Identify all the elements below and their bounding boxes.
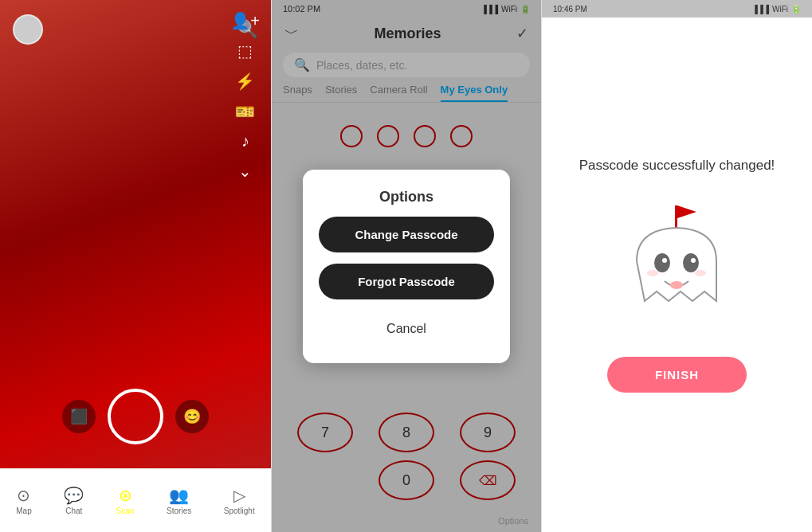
tab-spotlight[interactable]: ▷ Spotlight (224, 486, 255, 515)
change-passcode-button[interactable]: Change Passcode (319, 217, 494, 252)
tab-map[interactable]: ⊙ Map (16, 486, 31, 515)
stories-icon: 👥 (169, 486, 189, 505)
emoji-icon[interactable]: 😊 (175, 400, 209, 433)
p3-status-time: 10:46 PM (553, 5, 587, 14)
p3-battery-icon: 🔋 (791, 5, 801, 14)
svg-marker-1 (677, 205, 696, 218)
sticker-icon[interactable]: 🎫 (235, 102, 255, 121)
p3-status-bar: 10:46 PM ▐▐▐ WiFi 🔋 (542, 0, 812, 18)
svg-point-4 (662, 258, 667, 263)
capture-area: ⬛ 😊 (56, 389, 215, 444)
svg-point-5 (691, 258, 696, 263)
spotlight-icon: ▷ (233, 486, 245, 505)
right-icons: 👤+ ⬚ ⚡ 🎫 ♪ ⌄ (230, 11, 260, 181)
chevron-down-icon[interactable]: ⌄ (238, 162, 252, 181)
bottom-nav-bar: ⊙ Map 💬 Chat ⊛ Scan 👥 Stories ▷ Spotligh… (0, 468, 271, 532)
svg-point-3 (683, 253, 699, 272)
success-panel: 10:46 PM ▐▐▐ WiFi 🔋 Passcode successfull… (542, 0, 812, 532)
capture-button[interactable] (108, 389, 163, 444)
tab-chat[interactable]: 💬 Chat (64, 486, 84, 515)
ghost-mascot (613, 198, 740, 325)
scan-icon: ⊛ (119, 486, 132, 505)
dialog-overlay: Options Change Passcode Forgot Passcode … (272, 0, 541, 532)
p3-wifi-icon: WiFi (772, 5, 788, 14)
memories-icon[interactable]: ⬛ (62, 400, 96, 433)
tab-stories[interactable]: 👥 Stories (167, 486, 191, 515)
options-dialog: Options Change Passcode Forgot Passcode … (303, 170, 510, 363)
camera-panel: 🔍 👤+ ⬚ ⚡ 🎫 ♪ ⌄ ⬛ 😊 ⊙ Map 💬 Chat ⊛ Scan 👥… (0, 0, 271, 532)
p3-signal-icon: ▐▐▐ (752, 5, 769, 14)
music-icon[interactable]: ♪ (241, 132, 249, 151)
tab-scan[interactable]: ⊛ Scan (116, 486, 135, 515)
svg-point-6 (670, 281, 683, 289)
forgot-passcode-button[interactable]: Forgot Passcode (319, 264, 494, 299)
avatar[interactable] (13, 14, 43, 45)
finish-button[interactable]: FINISH (607, 357, 747, 393)
flash-icon[interactable]: ⚡ (235, 72, 255, 91)
svg-point-8 (695, 270, 706, 276)
svg-point-7 (647, 270, 658, 276)
memories-panel: 10:02 PM ▐▐▐ WiFi 🔋 ﹀ Memories ✓ 🔍 Place… (271, 0, 542, 532)
cancel-button[interactable]: Cancel (319, 311, 494, 347)
map-icon: ⊙ (17, 486, 30, 505)
svg-point-2 (654, 253, 670, 272)
profile-icon[interactable]: ⬚ (237, 41, 253, 61)
svg-rect-0 (675, 205, 677, 228)
p3-status-icons: ▐▐▐ WiFi 🔋 (752, 5, 801, 14)
add-friend-icon[interactable]: 👤+ (230, 11, 260, 30)
success-message: Passcode successfully changed! (579, 158, 775, 174)
success-content: Passcode successfully changed! (563, 18, 791, 532)
dialog-title: Options (379, 189, 433, 205)
chat-icon: 💬 (64, 486, 84, 505)
